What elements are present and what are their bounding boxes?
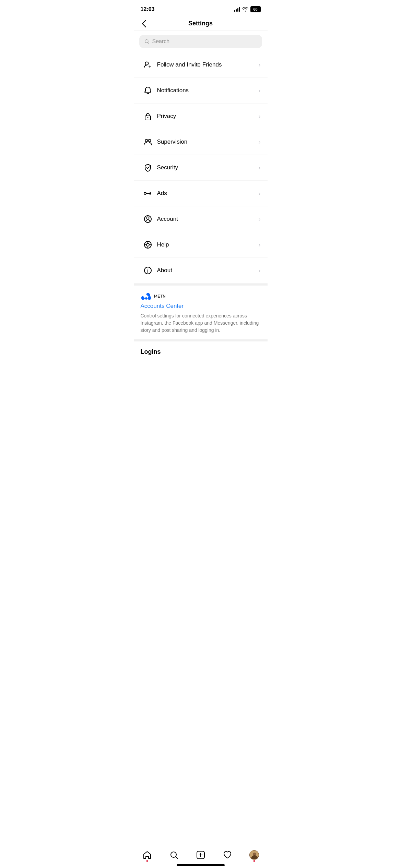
settings-item-about[interactable]: About › [134, 258, 268, 284]
settings-item-help[interactable]: Help › [134, 232, 268, 258]
chevron-icon: › [259, 87, 261, 94]
svg-point-5 [148, 140, 151, 142]
settings-item-account[interactable]: Account › [134, 206, 268, 232]
logins-title: Logins [141, 348, 161, 355]
page-title: Settings [188, 20, 213, 27]
status-bar: 12:03 60 [134, 0, 268, 16]
chevron-icon: › [259, 241, 261, 249]
help-label: Help [157, 241, 259, 248]
privacy-label: Privacy [157, 113, 259, 120]
settings-item-security[interactable]: Security › [134, 155, 268, 181]
search-icon [144, 39, 150, 44]
lock-icon [141, 109, 155, 123]
chevron-icon: › [259, 216, 261, 223]
page-header: Settings [134, 16, 268, 31]
notifications-label: Notifications [157, 87, 259, 94]
meta-section: Accounts Center Control settings for con… [134, 284, 268, 341]
ads-icon [141, 186, 155, 201]
settings-item-follow[interactable]: Follow and Invite Friends › [134, 52, 268, 78]
chevron-icon: › [259, 190, 261, 197]
logins-section: Logins [134, 341, 268, 358]
chevron-icon: › [259, 113, 261, 120]
chevron-icon: › [259, 164, 261, 171]
svg-point-1 [145, 62, 148, 65]
wifi-icon [242, 7, 248, 12]
meta-wordmark-icon [154, 293, 167, 299]
account-label: Account [157, 216, 259, 222]
battery-icon: 60 [250, 6, 261, 12]
meta-description: Control settings for connected experienc… [141, 312, 261, 334]
help-icon [141, 238, 155, 252]
chevron-icon: › [259, 61, 261, 69]
svg-point-11 [146, 243, 149, 246]
svg-point-3 [147, 117, 148, 118]
chevron-icon: › [259, 138, 261, 146]
info-icon [141, 263, 155, 278]
status-time: 12:03 [141, 6, 155, 12]
status-icons: 60 [234, 6, 261, 12]
supervision-label: Supervision [157, 138, 259, 145]
svg-point-7 [151, 194, 151, 195]
settings-item-ads[interactable]: Ads › [134, 181, 268, 206]
about-label: About [157, 267, 259, 274]
back-button[interactable] [139, 17, 149, 30]
svg-point-9 [146, 217, 149, 219]
search-container: Search [134, 31, 268, 52]
svg-point-6 [151, 192, 151, 193]
settings-item-privacy[interactable]: Privacy › [134, 104, 268, 129]
signal-icon [234, 7, 240, 12]
ads-label: Ads [157, 190, 259, 197]
bell-icon [141, 83, 155, 98]
svg-point-17 [147, 269, 148, 269]
accounts-center-link[interactable]: Accounts Center [141, 303, 261, 310]
meta-logo-row [141, 292, 261, 300]
svg-point-4 [145, 140, 148, 142]
meta-logo-icon [141, 292, 152, 300]
security-label: Security [157, 164, 259, 171]
settings-item-supervision[interactable]: Supervision › [134, 129, 268, 155]
supervision-icon [141, 135, 155, 149]
follow-label: Follow and Invite Friends [157, 61, 259, 68]
settings-item-notifications[interactable]: Notifications › [134, 78, 268, 104]
search-placeholder: Search [152, 38, 170, 45]
settings-list: Follow and Invite Friends › Notification… [134, 52, 268, 284]
search-bar[interactable]: Search [139, 35, 262, 48]
chevron-icon: › [259, 267, 261, 274]
account-icon [141, 212, 155, 226]
follow-icon [141, 58, 155, 72]
shield-icon [141, 160, 155, 175]
